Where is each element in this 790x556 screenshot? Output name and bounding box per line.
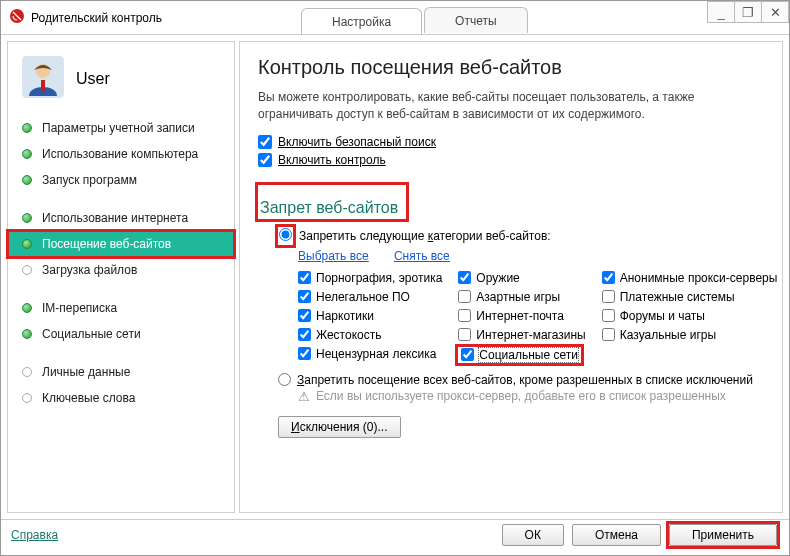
category-label[interactable]: Казуальные игры: [620, 328, 716, 342]
safe-search-checkbox[interactable]: [258, 135, 272, 149]
status-dot-icon: [22, 265, 32, 275]
category-label[interactable]: Наркотики: [316, 309, 374, 323]
category-checkbox[interactable]: [298, 290, 311, 303]
warning-icon: ⚠: [298, 389, 310, 404]
exclusions-button[interactable]: Исключения (0)...: [278, 416, 401, 438]
category-checkbox[interactable]: [298, 347, 311, 360]
category-checkbox[interactable]: [602, 290, 615, 303]
category-label[interactable]: Нелегальное ПО: [316, 290, 410, 304]
sidebar-item-2[interactable]: Запуск программ: [8, 167, 234, 193]
status-dot-icon: [22, 393, 32, 403]
section-heading: Запрет веб-сайтов: [260, 199, 398, 217]
sidebar-item-6[interactable]: IM-переписка: [8, 295, 234, 321]
category-label[interactable]: Платежные системы: [620, 290, 735, 304]
footer: Справка ОК Отмена Применить: [1, 519, 789, 549]
sidebar-item-label: Личные данные: [42, 365, 130, 379]
window-title: Родительский контроль: [31, 11, 162, 25]
sidebar-item-label: Запуск программ: [42, 173, 137, 187]
titlebar: Родительский контроль Настройка Отчеты _…: [1, 1, 789, 35]
category-checkbox[interactable]: [602, 271, 615, 284]
cancel-button[interactable]: Отмена: [572, 524, 661, 546]
user-name: User: [76, 70, 110, 88]
category-label[interactable]: Интернет-магазины: [476, 328, 585, 342]
sidebar-item-5[interactable]: Загрузка файлов: [8, 257, 234, 283]
content-panel: Контроль посещения веб-сайтов Вы можете …: [239, 41, 783, 513]
sidebar-item-0[interactable]: Параметры учетной записи: [8, 115, 234, 141]
category-label[interactable]: Азартные игры: [476, 290, 560, 304]
category-links: Выбрать все Снять все: [258, 249, 764, 263]
close-button[interactable]: ✕: [761, 1, 789, 23]
page-heading: Контроль посещения веб-сайтов: [258, 56, 764, 79]
category-label[interactable]: Форумы и чаты: [620, 309, 705, 323]
status-dot-icon: [22, 239, 32, 249]
help-link[interactable]: Справка: [11, 528, 58, 542]
select-all-link[interactable]: Выбрать все: [298, 249, 369, 263]
proxy-hint: Если вы используете прокси-сервер, добав…: [316, 389, 726, 403]
status-dot-icon: [22, 213, 32, 223]
safe-search-label[interactable]: Включить безопасный поиск: [278, 135, 436, 149]
tab-reports[interactable]: Отчеты: [424, 7, 527, 33]
sidebar-item-label: Загрузка файлов: [42, 263, 137, 277]
apply-button[interactable]: Применить: [669, 524, 777, 546]
category-checkbox[interactable]: [458, 309, 471, 322]
sidebar-item-label: Посещение веб-сайтов: [42, 237, 171, 251]
restore-button[interactable]: ❐: [734, 1, 762, 23]
page-description: Вы можете контролировать, какие веб-сайт…: [258, 89, 764, 123]
category-checkbox[interactable]: [458, 271, 471, 284]
category-checkbox[interactable]: [298, 309, 311, 322]
block-all-radio[interactable]: [278, 373, 291, 386]
category-label[interactable]: Оружие: [476, 271, 519, 285]
sidebar-item-3[interactable]: Использование интернета: [8, 205, 234, 231]
status-dot-icon: [22, 149, 32, 159]
sidebar-item-label: Использование интернета: [42, 211, 188, 225]
block-categories-radio[interactable]: [279, 228, 292, 241]
sidebar-item-label: Использование компьютера: [42, 147, 198, 161]
svg-rect-3: [41, 80, 45, 92]
sidebar-item-4[interactable]: Посещение веб-сайтов: [8, 231, 234, 257]
sidebar-item-1[interactable]: Использование компьютера: [8, 141, 234, 167]
category-label[interactable]: Анонимные прокси-серверы: [620, 271, 778, 285]
sidebar-item-label: Ключевые слова: [42, 391, 135, 405]
category-checkbox[interactable]: [298, 328, 311, 341]
status-dot-icon: [22, 329, 32, 339]
status-dot-icon: [22, 123, 32, 133]
user-block: User: [8, 50, 234, 115]
enable-control-label[interactable]: Включить контроль: [278, 153, 386, 167]
sidebar-item-label: IM-переписка: [42, 301, 117, 315]
category-label[interactable]: Порнография, эротика: [316, 271, 442, 285]
category-checkbox[interactable]: [461, 348, 474, 361]
minimize-button[interactable]: _: [707, 1, 735, 23]
block-all-label[interactable]: Запретить посещение всех веб-сайтов, кро…: [297, 373, 753, 387]
category-label[interactable]: Жестокость: [316, 328, 381, 342]
avatar: [22, 56, 64, 101]
sidebar: User Параметры учетной записиИспользован…: [7, 41, 235, 513]
block-categories-label[interactable]: Запретить следующие категории веб-сайтов…: [299, 229, 551, 243]
category-checkbox[interactable]: [458, 328, 471, 341]
status-dot-icon: [22, 303, 32, 313]
ok-button[interactable]: ОК: [502, 524, 564, 546]
category-checkbox[interactable]: [602, 328, 615, 341]
status-dot-icon: [22, 175, 32, 185]
sidebar-item-8[interactable]: Личные данные: [8, 359, 234, 385]
category-label[interactable]: Социальные сети: [479, 348, 578, 362]
sidebar-item-label: Параметры учетной записи: [42, 121, 195, 135]
sidebar-item-9[interactable]: Ключевые слова: [8, 385, 234, 411]
status-dot-icon: [22, 367, 32, 377]
category-checkbox[interactable]: [298, 271, 311, 284]
app-icon: [9, 8, 25, 27]
category-checkbox[interactable]: [458, 290, 471, 303]
enable-control-checkbox[interactable]: [258, 153, 272, 167]
sidebar-item-label: Социальные сети: [42, 327, 141, 341]
category-label[interactable]: Интернет-почта: [476, 309, 564, 323]
sidebar-item-7[interactable]: Социальные сети: [8, 321, 234, 347]
clear-all-link[interactable]: Снять все: [394, 249, 450, 263]
category-grid: Порнография, эротикаНелегальное ПОНаркот…: [258, 271, 764, 363]
category-checkbox[interactable]: [602, 309, 615, 322]
tab-settings[interactable]: Настройка: [301, 8, 422, 34]
category-label[interactable]: Нецензурная лексика: [316, 347, 436, 361]
